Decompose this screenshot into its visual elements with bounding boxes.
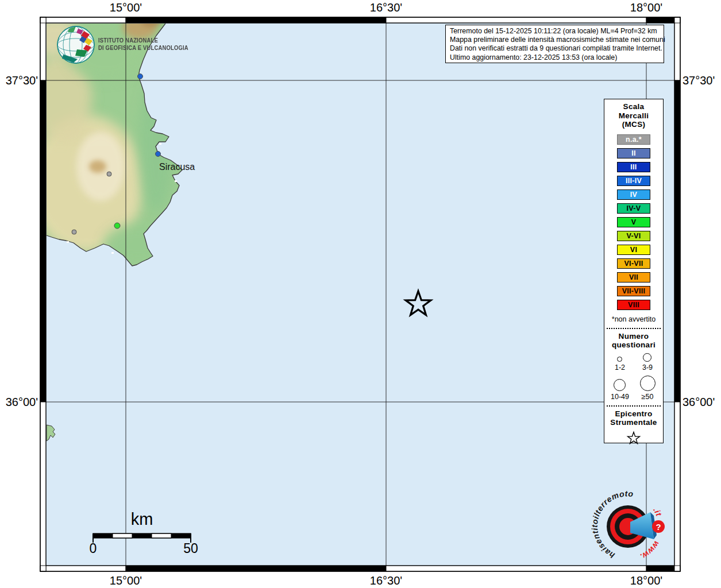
ingv-line-1: ISTITUTO NAZIONALE — [98, 37, 188, 44]
questionnaire-size-label: 1-2 — [615, 363, 625, 372]
legend-footnote: *non avvertito — [612, 315, 656, 323]
intensity-dot — [156, 152, 161, 157]
scalebar-end: 50 — [183, 541, 198, 556]
questionnaire-circle — [643, 353, 651, 362]
legend-intensity-scale: n.a.*IIIIIIII-IVIVIV-VVV-VIVIVI-VIIVIIVI… — [617, 133, 650, 312]
info-line-map: Mappa preliminare delle intensità macros… — [450, 36, 660, 44]
legend-intensity-IV: IV — [617, 189, 650, 200]
questionnaires-title: Numero questionari — [612, 332, 656, 350]
questionnaire-size-key: 1-23-910-49≥50 — [606, 353, 661, 401]
ingv-globe-logo — [57, 26, 94, 63]
questionnaire-size-label: 10-49 — [611, 393, 629, 401]
questionnaire-size-1-2: 1-2 — [615, 357, 625, 372]
question-mark: ? — [656, 522, 661, 532]
scalebar-unit: km — [131, 510, 153, 529]
questionnaire-size-≥50: ≥50 — [640, 376, 656, 401]
legend-intensity-VI: VI — [617, 245, 650, 255]
legend-intensity-III: III — [617, 162, 650, 172]
questionnaire-size-label: ≥50 — [642, 393, 654, 401]
questionnaire-circle — [614, 379, 626, 391]
intensity-dot — [107, 172, 111, 176]
questionnaire-circle — [640, 376, 656, 391]
intensity-dot — [114, 223, 120, 229]
ingv-line-2: DI GEOFISICA E VULCANOLOGIA — [98, 44, 188, 52]
legend-intensity-VI-VII: VI-VII — [617, 258, 650, 269]
legend-intensity-V: V — [617, 217, 650, 227]
legend-intensity-IV-V: IV-V — [617, 203, 650, 214]
place-label-siracusa: Siracusa — [159, 162, 195, 172]
questionnaire-circle — [617, 357, 622, 362]
legend-panel: Scala Mercalli (MCS) n.a.*IIIIIIII-IVIVI… — [604, 99, 664, 443]
event-info-box: Terremoto del 15-12-2025 10:11:22 (ora l… — [445, 25, 664, 63]
legend-separator-2 — [607, 405, 661, 407]
scalebar-start: 0 — [90, 541, 97, 556]
legend-intensity-n.a.*: n.a.* — [617, 134, 650, 145]
legend-title: Scala Mercalli (MCS) — [619, 102, 649, 129]
legend-separator-1 — [607, 328, 661, 329]
ingv-wordmark: ISTITUTO NAZIONALE DI GEOFISICA E VULCAN… — [98, 37, 188, 52]
questionnaire-size-10-49: 10-49 — [611, 379, 629, 401]
legend-intensity-II: II — [617, 148, 650, 158]
intensity-dot — [72, 230, 76, 234]
page: { "header": { "ingv_name_lines": ["ISTIT… — [0, 0, 721, 588]
epicenter-key-title: Epicentro Strumentale — [610, 409, 657, 427]
info-line-updated: Ultimo aggiornamento: 23-12-2025 13:53 (… — [450, 53, 660, 62]
info-line-event: Terremoto del 15-12-2025 10:11:22 (ora l… — [450, 27, 660, 36]
epicenter-key-symbol — [626, 431, 641, 448]
info-line-data: Dati non verificati estratti da 9 questi… — [450, 44, 660, 53]
intensity-dot — [138, 74, 143, 79]
epicenter-star-icon — [626, 431, 641, 446]
questionnaire-size-label: 3-9 — [642, 363, 653, 372]
questionnaire-size-3-9: 3-9 — [642, 353, 653, 372]
legend-intensity-VII-VIII: VII-VIII — [617, 286, 650, 296]
legend-intensity-VIII: VIII — [617, 300, 650, 310]
legend-intensity-III-IV: III-IV — [617, 176, 650, 186]
legend-intensity-V-VI: V-VI — [617, 231, 650, 241]
legend-intensity-VII: VII — [617, 272, 650, 283]
